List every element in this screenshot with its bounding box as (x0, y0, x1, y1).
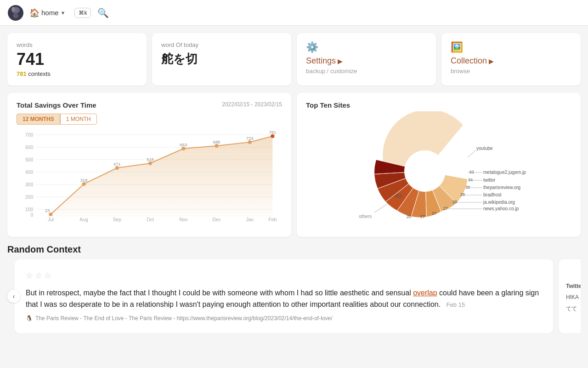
svg-text:0: 0 (30, 213, 33, 218)
svg-text:Sep: Sep (113, 217, 122, 222)
svg-text:others: others (359, 214, 372, 219)
cards-row: words 741 781 contexts word Of today 舵を切… (7, 33, 581, 86)
svg-point-25 (215, 144, 218, 148)
svg-text:471: 471 (113, 162, 120, 167)
svg-text:27: 27 (443, 206, 448, 211)
app-header: 🏠 home ▼ ⌘k 🔍 (0, 0, 588, 26)
random-context-title: Random Context (7, 244, 581, 255)
search-button[interactable]: 🔍 (97, 7, 109, 18)
svg-text:28: 28 (460, 192, 465, 197)
savings-chart-card: Total Savings Over Time 2022/02/15 - 202… (7, 93, 291, 237)
home-label: home (41, 9, 59, 17)
word-of-today-value: 舵を切 (161, 51, 282, 67)
svg-text:Jan: Jan (246, 217, 254, 222)
savings-chart-tabs: 12 MONTHS 1 MONTH (17, 114, 282, 125)
charts-row: Total Savings Over Time 2022/02/15 - 202… (7, 93, 581, 237)
svg-text:27: 27 (420, 214, 425, 219)
svg-text:34: 34 (468, 178, 473, 182)
tab-12m[interactable]: 12 MONTHS (17, 114, 60, 125)
svg-text:Aug: Aug (79, 217, 88, 222)
svg-text:700: 700 (25, 132, 34, 138)
svg-point-2 (11, 7, 15, 12)
svg-point-20 (49, 213, 52, 216)
svg-text:Oct: Oct (147, 217, 154, 222)
context-date: Feb 15 (447, 301, 465, 308)
svg-text:100: 100 (25, 207, 34, 212)
svg-point-3 (13, 13, 18, 18)
svg-marker-19 (51, 136, 272, 217)
settings-label: Settings (306, 56, 336, 66)
svg-text:Feb: Feb (268, 217, 277, 222)
side-text-content: てて (566, 305, 581, 313)
words-count: 741 (17, 50, 137, 69)
context-text: But in retrospect, maybe the fact that I… (26, 287, 542, 310)
svg-text:724: 724 (246, 136, 253, 141)
word-of-today-label: word Of today (161, 41, 282, 48)
main-content: words 741 781 contexts word Of today 舵を切… (0, 26, 588, 340)
context-highlight-word: overlap (413, 289, 437, 297)
svg-text:twitter: twitter (483, 178, 496, 183)
settings-sublabel: backup / customize (306, 68, 427, 75)
context-card-side: ★ ★ Twitter HIKA てて (559, 259, 581, 333)
svg-line-49 (468, 150, 475, 157)
collection-link[interactable]: Collection ▶ (451, 56, 571, 66)
svg-text:metalogue2.jugem.jp: metalogue2.jugem.jp (483, 170, 526, 175)
svg-point-21 (82, 182, 85, 186)
svg-text:485: 485 (394, 193, 402, 199)
svg-text:Jul: Jul (48, 217, 54, 222)
context-stars: ☆ ☆ ☆ (26, 270, 542, 281)
collection-card[interactable]: 🖼️ Collection ▶ browse (441, 33, 581, 86)
svg-text:youtube: youtube (476, 146, 493, 151)
top-sites-title: Top Ten Sites (306, 101, 571, 109)
svg-point-26 (248, 140, 252, 144)
svg-text:30: 30 (465, 185, 470, 190)
savings-chart-date: 2022/02/15 - 2023/02/15 (222, 101, 282, 108)
svg-point-22 (115, 166, 119, 170)
star-2-icon[interactable]: ☆ (35, 270, 42, 281)
svg-text:200: 200 (25, 195, 34, 200)
svg-text:781: 781 (269, 130, 276, 135)
svg-text:400: 400 (25, 170, 34, 175)
svg-text:news.yahoo.co.jp: news.yahoo.co.jp (483, 206, 519, 211)
svg-point-27 (271, 134, 274, 138)
svg-text:663: 663 (180, 143, 187, 147)
settings-card[interactable]: ⚙️ Settings ▶ backup / customize (297, 33, 436, 86)
side-stars: ★ ★ (566, 269, 581, 279)
savings-chart-title: Total Savings Over Time (17, 101, 96, 109)
settings-link[interactable]: Settings ▶ (306, 56, 427, 66)
side-hika-label: HIKA (566, 293, 581, 301)
app-logo (7, 5, 24, 21)
command-k-button[interactable]: ⌘k (74, 8, 91, 18)
settings-arrow-icon: ▶ (338, 58, 343, 65)
svg-text:theparisreview.org: theparisreview.org (483, 185, 520, 190)
context-text-before: But in retrospect, maybe the fact that I… (26, 289, 413, 297)
svg-text:Dec: Dec (212, 217, 220, 222)
pie-chart: others 485 youtube 62 34 30 28 28 27 27 … (306, 114, 571, 229)
collection-icon: 🖼️ (451, 41, 571, 53)
home-nav[interactable]: 🏠 home ▼ (29, 8, 65, 18)
svg-point-45 (404, 150, 446, 192)
top-sites-chart-card: Top Ten Sites (297, 93, 581, 237)
svg-text:27: 27 (432, 211, 436, 216)
words-contexts: 781 contexts (17, 70, 137, 77)
line-chart: 700 600 500 400 300 200 100 0 (17, 130, 282, 222)
collection-sublabel: browse (451, 68, 571, 75)
svg-text:318: 318 (80, 178, 87, 183)
contexts-count: 781 (17, 70, 27, 77)
svg-line-46 (374, 203, 388, 213)
collection-label: Collection (451, 56, 487, 66)
context-card-main: ☆ ☆ ☆ But in retrospect, maybe the fact … (15, 259, 553, 333)
context-source: 🐧 The Paris Review - The End of Love - T… (26, 315, 542, 322)
source-label: The Paris Review - The End of Love - The… (35, 315, 333, 322)
cmd-k-label: ⌘k (79, 10, 87, 16)
svg-text:518: 518 (147, 157, 153, 162)
star-3-icon[interactable]: ☆ (44, 270, 51, 281)
svg-text:23: 23 (45, 208, 50, 213)
star-1-icon[interactable]: ☆ (26, 270, 33, 281)
word-of-today-card: word Of today 舵を切 (152, 33, 291, 86)
svg-text:28: 28 (452, 200, 457, 204)
home-chevron-icon: ▼ (61, 10, 66, 16)
tab-1m[interactable]: 1 MONTH (60, 114, 97, 125)
scroll-left-button[interactable]: ‹ (7, 290, 20, 303)
svg-text:62: 62 (469, 170, 474, 174)
